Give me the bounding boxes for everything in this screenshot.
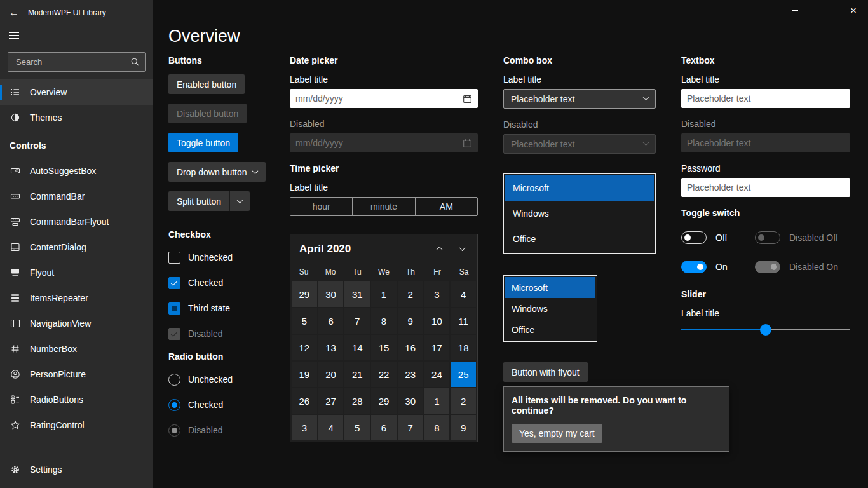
- calendar-day[interactable]: 3: [292, 415, 317, 440]
- date-picker-input[interactable]: [290, 89, 478, 108]
- toggle-switch-on[interactable]: [681, 261, 707, 273]
- radio-checked[interactable]: [168, 399, 180, 411]
- time-picker-period[interactable]: AM: [416, 198, 477, 215]
- drop-down-button[interactable]: Drop down button: [168, 162, 266, 182]
- calendar-day[interactable]: 31: [344, 281, 370, 307]
- calendar-day[interactable]: 18: [451, 335, 476, 360]
- sidebar-item-navigationview[interactable]: NavigationView: [0, 311, 153, 336]
- calendar-day[interactable]: 13: [318, 335, 344, 360]
- calendar-day[interactable]: 8: [424, 415, 450, 440]
- calendar-day[interactable]: 21: [344, 362, 370, 387]
- button-with-flyout[interactable]: Button with flyout: [503, 362, 588, 382]
- sidebar-item-settings[interactable]: Settings: [0, 457, 153, 482]
- calendar-prev-button[interactable]: [428, 240, 451, 259]
- time-picker-hour[interactable]: hour: [290, 198, 353, 215]
- maximize-button[interactable]: [810, 0, 839, 20]
- calendar-day[interactable]: 28: [344, 388, 370, 414]
- calendar-day[interactable]: 26: [292, 388, 317, 414]
- slider-thumb[interactable]: [760, 324, 771, 336]
- textbox-input[interactable]: [681, 89, 850, 108]
- calendar-day[interactable]: 4: [451, 281, 476, 307]
- calendar-day[interactable]: 2: [398, 281, 423, 307]
- calendar-day[interactable]: 19: [292, 362, 317, 387]
- search-box[interactable]: [8, 52, 146, 72]
- checkbox-checked[interactable]: [168, 277, 180, 289]
- password-input-box[interactable]: [681, 178, 850, 197]
- calendar-day[interactable]: 10: [424, 308, 450, 334]
- radio-row: Disabled: [168, 421, 278, 439]
- calendar-day[interactable]: 1: [424, 388, 450, 414]
- sidebar-item-flyout[interactable]: Flyout: [0, 260, 153, 285]
- list-item[interactable]: Office: [505, 319, 595, 340]
- password-input[interactable]: [687, 182, 844, 193]
- slider[interactable]: [681, 323, 850, 336]
- calendar-day[interactable]: 29: [371, 388, 397, 414]
- calendar-day[interactable]: 14: [344, 335, 370, 360]
- split-button-primary[interactable]: Split button: [168, 191, 229, 211]
- calendar-day[interactable]: 1: [371, 281, 397, 307]
- sidebar-item-autosuggestbox[interactable]: AutoSuggestBox: [0, 158, 153, 184]
- calendar-month-label[interactable]: April 2020: [299, 243, 351, 255]
- chevron-down-icon: [643, 139, 649, 146]
- minimize-button[interactable]: [780, 0, 810, 20]
- list-item[interactable]: Microsoft: [505, 277, 595, 298]
- calendar-day[interactable]: 2: [451, 388, 476, 414]
- calendar-day-selected[interactable]: 25: [451, 362, 476, 387]
- sidebar-item-themes[interactable]: Themes: [0, 105, 153, 130]
- calendar-day[interactable]: 5: [344, 415, 370, 440]
- calendar-day[interactable]: 23: [398, 362, 423, 387]
- date-input[interactable]: [295, 93, 463, 104]
- sidebar-item-overview[interactable]: Overview: [0, 79, 153, 105]
- list-item[interactable]: Office: [505, 226, 654, 252]
- sidebar-item-ratingcontrol[interactable]: RatingControl: [0, 412, 153, 438]
- calendar-day[interactable]: 8: [371, 308, 397, 334]
- sidebar-item-personpicture[interactable]: PersonPicture: [0, 362, 153, 387]
- toggle-switch-off[interactable]: [681, 231, 707, 244]
- empty-cart-button[interactable]: Yes, empty my cart: [512, 424, 602, 443]
- calendar-day[interactable]: 24: [424, 362, 450, 387]
- sidebar-item-commandbarflyout[interactable]: CommandBarFlyout: [0, 209, 153, 234]
- text-input[interactable]: [687, 93, 844, 104]
- calendar-day[interactable]: 6: [318, 308, 344, 334]
- calendar-next-button[interactable]: [451, 240, 473, 259]
- list-item[interactable]: Microsoft: [505, 175, 654, 201]
- calendar-day[interactable]: 22: [371, 362, 397, 387]
- checkbox-third-state[interactable]: [168, 302, 180, 315]
- calendar-day[interactable]: 27: [318, 388, 344, 414]
- calendar-day[interactable]: 20: [318, 362, 344, 387]
- search-input[interactable]: [15, 57, 130, 67]
- sidebar-item-itemsrepeater[interactable]: ItemsRepeater: [0, 285, 153, 311]
- calendar-day[interactable]: 6: [371, 415, 397, 440]
- toggle-button[interactable]: Toggle button: [168, 133, 238, 152]
- time-picker-minute[interactable]: minute: [353, 198, 415, 215]
- list-item[interactable]: Windows: [505, 298, 595, 319]
- sidebar-item-radiobuttons[interactable]: RadioButtons: [0, 387, 153, 412]
- calendar-day[interactable]: 15: [371, 335, 397, 360]
- calendar-day[interactable]: 5: [292, 308, 317, 334]
- back-button[interactable]: ←: [9, 7, 19, 18]
- calendar-day[interactable]: 11: [451, 308, 476, 334]
- calendar-day[interactable]: 17: [424, 335, 450, 360]
- sidebar-item-numberbox[interactable]: NumberBox: [0, 336, 153, 362]
- combo-box[interactable]: Placeholder text: [503, 89, 656, 109]
- radio-unchecked[interactable]: [168, 374, 180, 386]
- calendar-day[interactable]: 7: [398, 415, 423, 440]
- calendar-day[interactable]: 9: [398, 308, 423, 334]
- sidebar-item-contentdialog[interactable]: ContentDialog: [0, 234, 153, 260]
- close-button[interactable]: ×: [839, 0, 868, 20]
- enabled-button[interactable]: Enabled button: [168, 74, 245, 94]
- calendar-day[interactable]: 30: [398, 388, 423, 414]
- calendar-day[interactable]: 3: [424, 281, 450, 307]
- list-item[interactable]: Windows: [505, 201, 654, 226]
- split-button-dropdown[interactable]: [230, 191, 250, 211]
- calendar-day[interactable]: 4: [318, 415, 344, 440]
- calendar-day[interactable]: 12: [292, 335, 317, 360]
- calendar-day[interactable]: 29: [292, 281, 317, 307]
- calendar-day[interactable]: 9: [451, 415, 476, 440]
- calendar-day[interactable]: 16: [398, 335, 423, 360]
- sidebar-item-commandbar[interactable]: CommandBar: [0, 184, 153, 209]
- calendar-day[interactable]: 7: [344, 308, 370, 334]
- calendar-day[interactable]: 30: [318, 281, 344, 307]
- checkbox-unchecked[interactable]: [168, 252, 180, 264]
- hamburger-menu-button[interactable]: [0, 25, 29, 46]
